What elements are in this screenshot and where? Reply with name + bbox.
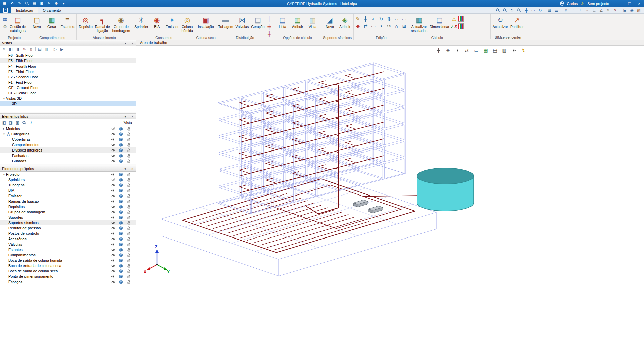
lock-icon[interactable]: [126, 258, 131, 263]
vista-item-f3-third-floor[interactable]: F3 - Third Floor: [0, 69, 136, 74]
visibility-eye-icon[interactable]: [111, 178, 115, 182]
close-icon[interactable]: ×: [634, 0, 644, 7]
enquadrar-icon[interactable]: ▭: [531, 8, 536, 13]
lista-button[interactable]: ▤Lista: [276, 15, 290, 29]
coluna-humida-button[interactable]: ◎Coluna húmida: [180, 15, 194, 33]
lock-icon[interactable]: [126, 137, 131, 142]
model-cube-icon[interactable]: [118, 280, 123, 285]
visibility-eye-icon[interactable]: [111, 248, 115, 252]
proprio-item-depositos[interactable]: Depósitos: [0, 204, 136, 209]
vista-item-3d[interactable]: 3D: [0, 101, 136, 106]
gestao-de-catalogos-button[interactable]: ▤Gestão de catálogos: [9, 15, 27, 33]
model-cube-icon[interactable]: [118, 172, 123, 177]
tubagem-button[interactable]: ▬Tubagem: [218, 15, 234, 29]
collapse-node-icon[interactable]: ▾: [2, 97, 6, 100]
eliminar-vista-icon[interactable]: ✎: [22, 47, 27, 52]
model-cube-icon[interactable]: [118, 253, 123, 258]
model-cube-icon[interactable]: [118, 258, 123, 263]
lock-icon[interactable]: [126, 183, 131, 188]
geracao-button[interactable]: ▤Geração: [250, 15, 265, 29]
regenerar-icon[interactable]: ↻: [509, 8, 514, 13]
cruzeta-icon[interactable]: ╪: [266, 24, 273, 30]
visibility-eye-icon[interactable]: [111, 132, 115, 137]
actualizar-button[interactable]: ↻Actualizar: [492, 15, 509, 29]
lock-icon[interactable]: [126, 280, 131, 285]
sprinkler-button[interactable]: ✳Sprinkler: [134, 15, 149, 29]
user-name[interactable]: Carlos: [567, 2, 578, 6]
vista-item-f2-second-floor[interactable]: F2 - Second Floor: [0, 74, 136, 80]
partilhar-button[interactable]: ↗Partilhar: [510, 15, 524, 29]
grupo-de-bombagem-button[interactable]: ◉Grupo de bombagem: [112, 15, 131, 33]
proprio-item-boca-de-entrada-de-coluna-seca[interactable]: Boca de entrada de coluna seca: [0, 263, 136, 268]
novo-button[interactable]: ◢Novo: [323, 15, 337, 29]
dimensionar-button[interactable]: ▤Dimensionar: [429, 15, 450, 29]
proprio-item-valvulas[interactable]: Válvulas: [0, 242, 136, 247]
deslocar-icon[interactable]: ╋: [524, 8, 529, 13]
lock-icon[interactable]: [126, 210, 131, 215]
proprio-item-bia[interactable]: BIA: [0, 188, 136, 193]
alinhar-icon[interactable]: ⇅: [386, 16, 392, 22]
proprio-item-suportes[interactable]: Suportes: [0, 215, 136, 220]
marcas-icon[interactable]: ▫: [585, 8, 590, 13]
model-cube-icon[interactable]: [118, 143, 123, 147]
visibility-eye-icon[interactable]: [111, 154, 115, 158]
ordenar-vistas-icon[interactable]: ⇅: [29, 47, 34, 52]
inserir-icon[interactable]: ⊞: [401, 23, 407, 29]
lido-item-coberturas[interactable]: Coberturas: [0, 137, 136, 142]
elementos-proprios-header[interactable]: Elementos próprios ▾×: [0, 166, 136, 172]
visibility-eye-icon[interactable]: [111, 159, 115, 164]
simetria-icon[interactable]: ◑: [378, 23, 384, 29]
panel-resize-handle[interactable]: [0, 112, 136, 113]
atribuir-button[interactable]: ▦Atribuir: [291, 15, 305, 29]
model-cube-icon[interactable]: [118, 264, 123, 268]
model-cube-icon[interactable]: [118, 188, 123, 193]
lock-icon[interactable]: [126, 127, 131, 131]
ocultar-icon[interactable]: ▣: [15, 120, 20, 125]
lock-icon[interactable]: [126, 231, 131, 236]
maximize-icon[interactable]: ▢: [625, 0, 634, 7]
te-icon[interactable]: ┼: [266, 16, 273, 22]
vista-3d-icon[interactable]: ◈: [445, 48, 451, 53]
restaurar-cena-icon[interactable]: ▥: [44, 47, 49, 52]
model-cube-icon[interactable]: [118, 154, 123, 158]
visibility-eye-icon[interactable]: [111, 210, 115, 215]
configuracao-geral-icon[interactable]: ⚙: [2, 24, 8, 30]
zoom-anterior-icon[interactable]: [516, 8, 522, 13]
lido-item-fachadas[interactable]: Fachadas: [0, 153, 136, 158]
referencia-icon[interactable]: ∠: [599, 8, 604, 13]
mostrar-ocultar-icon[interactable]: [511, 48, 516, 53]
deposito-button[interactable]: ◎Depósito: [78, 15, 93, 29]
visibility-eye-icon[interactable]: [111, 221, 115, 225]
bimserver-icon[interactable]: ◉: [629, 8, 634, 13]
apagar-icon[interactable]: ◆: [355, 23, 361, 29]
editar-icon[interactable]: ✎: [355, 16, 361, 22]
3d-viewport[interactable]: ╋◈⇄▭▦▤▥↯ ZXY: [136, 46, 644, 346]
visibility-eye-icon[interactable]: [111, 205, 115, 209]
proprio-item-espacos[interactable]: Espaços: [0, 279, 136, 285]
close-panel-icon[interactable]: ×: [130, 167, 134, 171]
model-cube-icon[interactable]: [118, 210, 123, 215]
proprio-item-tubagens[interactable]: Tubagens: [0, 182, 136, 188]
collapse-node-icon[interactable]: ▾: [2, 173, 6, 176]
visibility-eye-icon[interactable]: [111, 264, 115, 268]
isolar-icon[interactable]: ◧: [2, 120, 7, 125]
expand-node-icon[interactable]: ▸: [2, 127, 6, 130]
cype-logo[interactable]: [0, 7, 11, 13]
lock-icon[interactable]: [126, 248, 131, 252]
proprio-item-grupos-de-bombagem[interactable]: Grupos de bombagem: [0, 209, 136, 215]
model-cube-icon[interactable]: [118, 148, 123, 153]
ramal-de-ligacao-button[interactable]: ┓Ramal de ligação: [94, 15, 111, 33]
tab-orcamento[interactable]: Orçamento: [38, 7, 65, 13]
model-cube-icon[interactable]: [118, 194, 123, 199]
vista-item-cf-cellar-floor[interactable]: CF - Cellar Floor: [0, 90, 136, 96]
visibility-eye-icon[interactable]: [111, 127, 115, 131]
aviso-icon[interactable]: ⚠: [451, 16, 457, 22]
filter-icon[interactable]: ▾: [60, 0, 67, 7]
lock-icon[interactable]: [126, 242, 131, 247]
visibility-eye-icon[interactable]: [111, 188, 115, 193]
lock-icon[interactable]: [126, 178, 131, 182]
vista-seguinte-icon[interactable]: ▶: [59, 47, 64, 52]
visibilidade-icon[interactable]: [455, 48, 460, 53]
edit-icon[interactable]: ✎: [46, 0, 52, 7]
lock-icon[interactable]: [126, 148, 131, 153]
